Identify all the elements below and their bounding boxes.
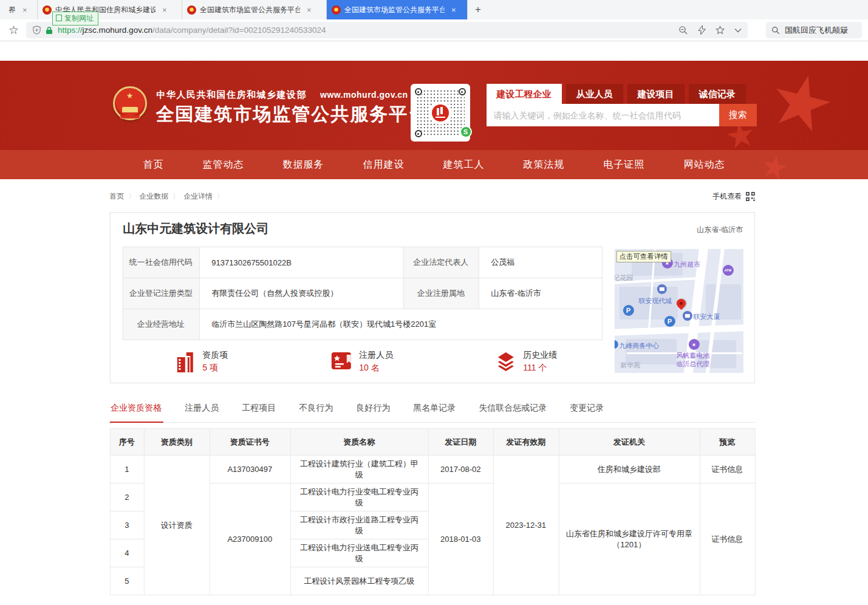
tab-qualifications[interactable]: 企业资质资格	[109, 398, 163, 423]
cell-index: 3	[110, 511, 144, 539]
col-name: 资质名称	[290, 429, 428, 456]
credit-code-label: 统一社会信用代码	[123, 247, 199, 278]
map-label-battery-1: 风帆蓄电池	[676, 351, 709, 360]
nav-item-supervision[interactable]: 监管动态	[203, 150, 244, 179]
favorite-star-icon[interactable]	[716, 26, 725, 35]
browser-url-row: ☆ https://jzsc.mohurd.gov.cn/data/compan…	[0, 19, 868, 41]
legal-rep-label: 企业法定代表人	[403, 247, 479, 278]
tab-close-icon[interactable]: ×	[305, 5, 313, 15]
breadcrumb-company-detail: 企业详情	[183, 191, 213, 202]
detail-tabs: 企业资质资格 注册人员 工程项目 不良行为 良好行为 黑名单记录 失信联合惩戒记…	[109, 398, 754, 423]
company-info-table: 统一社会信用代码 91371302675501022B 企业法定代表人 公茂福 …	[122, 247, 602, 340]
search-tab-project[interactable]: 建设项目	[627, 84, 685, 104]
flag-star-decor-icon: ★	[757, 150, 791, 179]
lock-icon	[46, 26, 53, 35]
zoom-out-icon[interactable]	[678, 26, 688, 35]
bookmark-star-icon[interactable]: ☆	[9, 24, 19, 36]
ministry-site-url: www.mohurd.gov.cn	[320, 90, 408, 100]
stat-label: 资质项	[202, 350, 228, 361]
map-label-jiufeng: 九峰商务中心	[619, 341, 659, 350]
certificate-info-link[interactable]: 证书信息	[700, 484, 755, 595]
col-category: 资质类别	[144, 429, 210, 456]
shield-icon[interactable]	[32, 26, 41, 35]
credit-code-value: 91371302675501022B	[199, 247, 403, 278]
layers-icon	[494, 350, 517, 373]
national-emblem-icon: ★	[113, 86, 147, 120]
cell-name: 工程设计风景园林工程专项乙级	[290, 567, 428, 595]
browser-tab-jzsc-1[interactable]: 全国建筑市场监管公共服务平台 ×	[182, 0, 327, 19]
col-index: 序号	[110, 429, 144, 456]
site-search-input[interactable]	[487, 104, 719, 126]
quick-search-box[interactable]: 国航回应飞机颠簸	[766, 22, 862, 38]
certificate-info-link[interactable]: 证书信息	[700, 456, 755, 484]
breadcrumb-separator: 〉	[173, 192, 179, 201]
cell-category: 设计资质	[144, 456, 210, 595]
quick-search-text: 国航回应飞机颠簸	[785, 25, 848, 36]
tab-close-icon[interactable]: ×	[21, 5, 29, 15]
nav-item-license[interactable]: 电子证照	[604, 150, 645, 179]
browser-tab-partial[interactable]: 界 ×	[0, 0, 38, 19]
cell-cert-no: A237009100	[210, 484, 290, 595]
company-region: 山东省-临沂市	[697, 225, 743, 235]
map-label-supermarket: 九州超市	[674, 260, 700, 269]
new-tab-button[interactable]: +	[468, 2, 488, 17]
main-nav: ★ 首页 监管动态 数据服务 信用建设 建筑工人 政策法规 电子证照 网站动态	[0, 150, 868, 179]
address-value: 临沂市兰山区陶然路107号星河晶都（联安）现代城1号楼2201室	[199, 309, 602, 340]
tab-bad-behavior[interactable]: 不良行为	[298, 398, 334, 422]
company-location-map[interactable]: 点击可查看详情 ▣ 九州超市 ATM 纪花园 联安现代城 P P 联安大厦 九峰…	[614, 249, 743, 373]
search-button[interactable]: 搜索	[719, 104, 757, 126]
stat-value: 10 名	[359, 363, 393, 374]
stat-label: 注册人员	[359, 350, 393, 361]
search-tab-enterprise[interactable]: 建设工程企业	[487, 84, 562, 104]
certificate-card-icon	[330, 350, 353, 372]
search-tab-personnel[interactable]: 从业人员	[566, 84, 623, 104]
search-icon	[771, 26, 780, 35]
tab-good-behavior[interactable]: 良好行为	[355, 398, 391, 422]
cell-index: 2	[110, 484, 144, 511]
cell-name: 工程设计电力行业变电工程专业丙级	[290, 484, 428, 511]
lightning-icon[interactable]	[698, 26, 706, 35]
stat-registered-personnel: 注册人员 10 名	[330, 350, 393, 374]
tab-close-icon[interactable]: ×	[160, 5, 169, 15]
tab-label: 界	[9, 5, 16, 15]
nav-item-policy[interactable]: 政策法规	[524, 150, 565, 179]
col-issue-date: 发证日期	[428, 429, 493, 456]
tab-close-icon[interactable]: ×	[449, 5, 458, 15]
tab-projects[interactable]: 工程项目	[241, 398, 277, 422]
tab-change-records[interactable]: 变更记录	[569, 398, 605, 422]
legal-rep-value: 公茂福	[479, 247, 602, 278]
breadcrumb-home[interactable]: 首页	[109, 191, 124, 202]
nav-item-news[interactable]: 网站动态	[684, 150, 725, 179]
cell-name: 工程设计市政行业道路工程专业丙级	[290, 511, 428, 539]
map-atm-marker-icon: ATM	[722, 265, 733, 276]
map-parking-icon: P	[664, 316, 675, 327]
breadcrumb-company-data[interactable]: 企业数据	[139, 191, 168, 202]
browser-tab-active[interactable]: 全国建筑市场监管公共服务平台 ×	[327, 0, 468, 19]
address-bar[interactable]: https://jzsc.mohurd.gov.cn/data/company/…	[26, 22, 748, 38]
tab-label: 全国建筑市场监管公共服务平台	[200, 5, 300, 15]
tab-registered-personnel[interactable]: 注册人员	[183, 398, 220, 422]
cell-issue-date: 2017-08-02	[428, 456, 493, 484]
tab-blacklist[interactable]: 黑名单记录	[412, 398, 457, 422]
breadcrumb-separator: 〉	[128, 192, 135, 201]
cell-index: 1	[110, 456, 144, 484]
building-icon	[174, 350, 196, 374]
nav-item-data-service[interactable]: 数据服务	[283, 150, 324, 179]
cell-name: 工程设计建筑行业（建筑工程）甲级	[290, 456, 428, 484]
map-label-xinhua: 新华苑	[620, 361, 640, 370]
qr-center-logo-icon	[429, 101, 452, 125]
tab-dishonesty[interactable]: 失信联合惩戒记录	[477, 398, 548, 422]
ministry-name: 中华人民共和国住房和城乡建设部www.mohurd.gov.cn	[157, 89, 408, 101]
mobile-view-label[interactable]: 手机查看	[713, 191, 742, 202]
company-card: 山东中元建筑设计有限公司 山东省-临沂市 统一社会信用代码 9137130267…	[109, 212, 754, 383]
nav-item-workers[interactable]: 建筑工人	[443, 150, 485, 179]
qr-mini-icon[interactable]	[745, 192, 754, 201]
search-tab-credit[interactable]: 诚信记录	[689, 84, 746, 104]
cell-authority: 住房和城乡建设部	[559, 456, 700, 484]
cell-cert-no: A137030497	[210, 456, 290, 484]
chevron-down-icon[interactable]	[734, 28, 742, 33]
stat-value: 5 项	[202, 363, 228, 374]
site-favicon-icon	[187, 5, 196, 15]
nav-item-home[interactable]: 首页	[143, 150, 164, 179]
nav-item-credit[interactable]: 信用建设	[363, 150, 405, 179]
